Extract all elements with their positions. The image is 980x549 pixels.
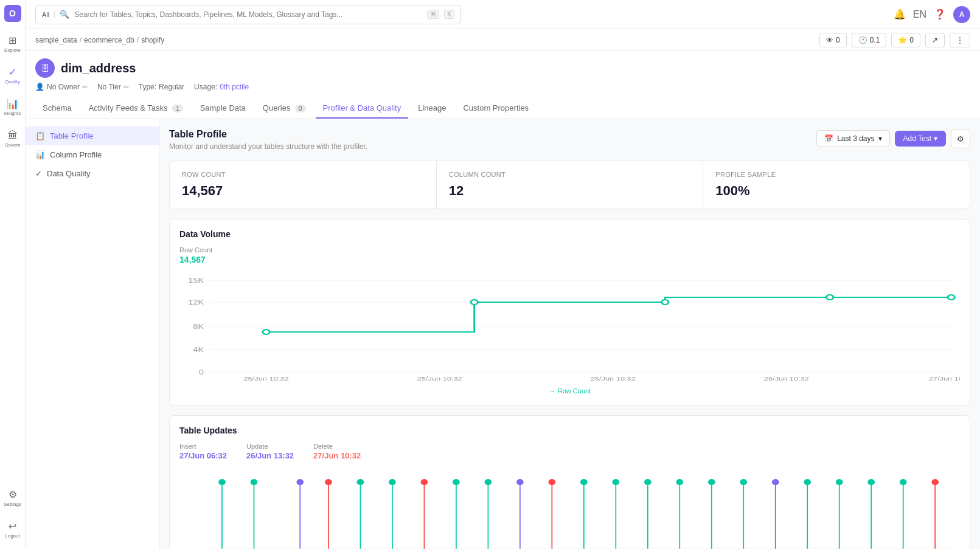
- sidebar-item-quality[interactable]: ✓ Quality: [2, 61, 24, 90]
- time-value: 0.1: [870, 36, 880, 44]
- search-icon: 🔍: [60, 10, 69, 19]
- svg-text:0: 0: [199, 369, 204, 376]
- language-selector[interactable]: EN: [913, 9, 926, 20]
- svg-point-63: [900, 479, 907, 485]
- tier-meta[interactable]: No Tier ✏: [97, 83, 129, 91]
- svg-point-51: [708, 479, 715, 485]
- svg-point-59: [836, 479, 843, 485]
- sidebar-label-logout: Logout: [5, 533, 19, 539]
- stat-profile-sample: Profile Sample 100%: [703, 161, 970, 209]
- sidebar-item-insights[interactable]: 📊 Insights: [2, 92, 24, 122]
- table-updates-section: Table Updates Insert 27/Jun 06:32 Update…: [169, 415, 970, 549]
- breadcrumb-sample-data[interactable]: sample_data: [35, 36, 77, 44]
- sidebar-label-insights: Insights: [4, 111, 21, 116]
- svg-point-41: [549, 479, 556, 485]
- svg-text:25/Jun 10:32: 25/Jun 10:32: [243, 376, 288, 382]
- section-desc: Monitor and understand your tables struc…: [169, 142, 367, 151]
- usage-meta: Usage: 0th pctile: [194, 83, 249, 91]
- data-volume-section: Data Volume Row Count 14,567 15K 1: [169, 219, 970, 406]
- help-icon[interactable]: ❓: [934, 9, 946, 20]
- svg-point-10: [263, 330, 269, 334]
- section-header: Table Profile Monitor and understand you…: [169, 129, 970, 151]
- entity-title: dim_address: [61, 61, 136, 75]
- column-count-label: Column Count: [449, 171, 691, 178]
- add-test-button[interactable]: Add Test ▾: [895, 131, 946, 147]
- tab-profiler[interactable]: Profiler & Data Quality: [316, 98, 409, 119]
- breadcrumb-ecommerce-db[interactable]: ecommerce_db: [84, 36, 134, 44]
- entity-icon: 🗄: [35, 58, 55, 78]
- sidebar-item-logout[interactable]: ↩ Logout: [2, 515, 24, 544]
- tab-activity[interactable]: Activity Feeds & Tasks 1: [82, 98, 190, 119]
- update-value: 26/Jun 13:32: [246, 451, 294, 460]
- profile-sample-value: 100%: [715, 183, 957, 199]
- owner-meta[interactable]: 👤 No Owner ✏: [35, 83, 88, 91]
- stars-button[interactable]: ⭐ 0: [891, 33, 920, 47]
- dv-row-count-value: 14,567: [179, 255, 212, 264]
- breadcrumb-sep-2: /: [137, 36, 139, 44]
- panel-item-data-quality[interactable]: ✓ Data Quality: [26, 164, 159, 183]
- volume-chart-svg: 15K 12K 8K 4K 0: [179, 274, 960, 384]
- tab-custom[interactable]: Custom Properties: [456, 98, 536, 119]
- usage-value: 0th pctile: [220, 83, 249, 91]
- search-type-selector[interactable]: All: [42, 11, 55, 18]
- lollipop-chart-svg: 24/Jun 17:32 24/Jun 20:32 25/Jun 02:32 2…: [179, 476, 960, 549]
- stats-row: Row Count 14,567 Column Count 12 Profile…: [169, 161, 970, 209]
- user-avatar[interactable]: A: [953, 6, 970, 23]
- gear-icon: ⚙: [957, 134, 964, 143]
- global-search[interactable]: All 🔍 ⌘ K: [35, 5, 461, 24]
- panel-item-table-profile[interactable]: 📋 Table Profile: [26, 126, 159, 145]
- edit-owner-icon[interactable]: ✏: [82, 83, 88, 91]
- sidebar-item-explore[interactable]: ⊞ Explore: [2, 29, 24, 58]
- breadcrumb: sample_data / ecommerce_db / shopify 👁 0…: [26, 29, 980, 51]
- svg-point-23: [251, 479, 258, 485]
- owner-icon: 👤: [35, 83, 44, 91]
- edit-tier-icon[interactable]: ✏: [123, 83, 129, 91]
- profiler-settings-button[interactable]: ⚙: [951, 129, 970, 148]
- svg-point-12: [662, 300, 669, 305]
- views-button[interactable]: 👁 0: [819, 33, 847, 47]
- main-sidebar: O ⊞ Explore ✓ Quality 📊 Insights 🏛 Gover…: [0, 0, 26, 549]
- tab-sample[interactable]: Sample Data: [193, 98, 253, 119]
- settings-icon: ⚙: [9, 489, 17, 500]
- svg-point-61: [867, 479, 875, 485]
- profile-sample-label: Profile Sample: [715, 171, 957, 178]
- sidebar-label-settings: Settings: [4, 502, 21, 507]
- row-count-legend: → Row Count: [549, 387, 591, 395]
- panel-item-column-profile[interactable]: 📊 Column Profile: [26, 145, 159, 164]
- data-volume-header: Data Volume Row Count 14,567: [179, 229, 960, 264]
- date-range-picker[interactable]: 📅 Last 3 days ▾: [816, 130, 889, 147]
- tab-lineage[interactable]: Lineage: [411, 98, 453, 119]
- clock-icon: 🕐: [858, 36, 867, 44]
- svg-text:4K: 4K: [193, 347, 204, 353]
- sidebar-item-govern[interactable]: 🏛 Govern: [2, 124, 24, 153]
- more-button[interactable]: ⋮: [950, 33, 970, 47]
- tab-queries[interactable]: Queries 0: [255, 98, 313, 119]
- update-label: Update: [246, 443, 294, 450]
- entity-header: 🗄 dim_address 👤 No Owner ✏ No Tier ✏ Typ…: [26, 51, 980, 119]
- svg-point-43: [580, 479, 588, 485]
- search-input[interactable]: [74, 10, 422, 19]
- tab-schema[interactable]: Schema: [35, 98, 79, 119]
- svg-point-57: [804, 479, 811, 485]
- share-button[interactable]: ↗: [925, 33, 945, 47]
- breadcrumb-shopify[interactable]: shopify: [141, 36, 164, 44]
- svg-point-27: [325, 479, 332, 485]
- add-test-chevron: ▾: [934, 134, 937, 143]
- svg-point-53: [740, 479, 747, 485]
- dv-row-count-label: Row Count: [179, 246, 212, 254]
- left-panel: 📋 Table Profile 📊 Column Profile ✓ Data …: [26, 119, 159, 549]
- date-range-value: Last 3 days: [837, 134, 874, 143]
- time-button[interactable]: 🕐 0.1: [852, 33, 887, 47]
- svg-point-39: [516, 479, 524, 485]
- share-icon: ↗: [932, 36, 938, 44]
- table-profile-label: Table Profile: [50, 131, 94, 140]
- sidebar-item-settings[interactable]: ⚙ Settings: [2, 483, 24, 513]
- type-label: Type:: [139, 83, 156, 91]
- stat-column-count: Column Count 12: [437, 161, 703, 209]
- section-actions: 📅 Last 3 days ▾ Add Test ▾ ⚙: [816, 129, 970, 148]
- entity-meta: 👤 No Owner ✏ No Tier ✏ Type: Regular Usa…: [35, 83, 970, 91]
- svg-point-35: [453, 479, 460, 485]
- svg-point-14: [948, 295, 954, 300]
- svg-point-65: [931, 479, 939, 485]
- notifications-icon[interactable]: 🔔: [894, 9, 906, 20]
